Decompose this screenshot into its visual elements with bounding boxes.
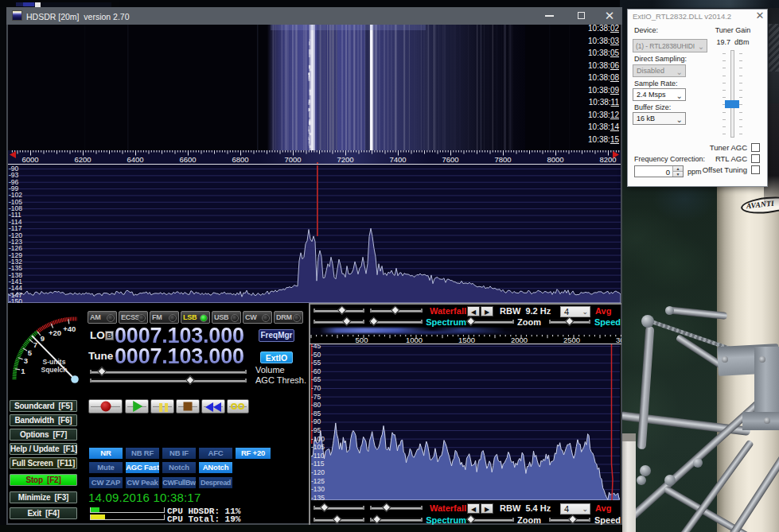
svg-text:7600: 7600 xyxy=(442,155,458,164)
svg-text:-90: -90 xyxy=(311,417,321,425)
svg-text:-105: -105 xyxy=(311,443,325,451)
svg-text:7400: 7400 xyxy=(389,155,406,164)
svg-text:-120: -120 xyxy=(311,468,325,476)
svg-text:+40: +40 xyxy=(63,324,76,333)
svg-text:7: 7 xyxy=(33,340,37,349)
svg-text:7800: 7800 xyxy=(494,155,511,164)
svg-text:1500: 1500 xyxy=(458,336,475,344)
svg-text:6200: 6200 xyxy=(74,155,91,164)
svg-text:1000: 1000 xyxy=(406,336,423,344)
svg-text:-125: -125 xyxy=(311,477,325,485)
svg-text:-95: -95 xyxy=(311,426,321,434)
svg-text:8000: 8000 xyxy=(547,155,563,164)
svg-text:-50: -50 xyxy=(311,351,321,359)
svg-text:-45: -45 xyxy=(311,344,321,350)
svg-text:+20: +20 xyxy=(49,328,61,337)
svg-text:-55: -55 xyxy=(311,359,321,367)
svg-text:-135: -135 xyxy=(311,494,325,500)
svg-text:-70: -70 xyxy=(311,384,321,392)
svg-text:9: 9 xyxy=(41,334,45,343)
svg-text:6400: 6400 xyxy=(127,155,143,164)
svg-text:6600: 6600 xyxy=(179,155,196,164)
svg-text:-115: -115 xyxy=(311,460,325,468)
svg-text:-80: -80 xyxy=(311,401,321,409)
svg-text:-65: -65 xyxy=(311,375,321,383)
svg-text:-60: -60 xyxy=(311,367,321,375)
svg-text:-85: -85 xyxy=(311,410,321,417)
svg-text:7000: 7000 xyxy=(284,155,301,164)
svg-text:3: 3 xyxy=(24,356,28,365)
svg-text:1: 1 xyxy=(21,367,25,375)
svg-text:5: 5 xyxy=(28,348,33,357)
svg-text:6800: 6800 xyxy=(232,155,248,164)
svg-text:S-units: S-units xyxy=(43,358,66,366)
svg-text:500: 500 xyxy=(356,336,368,344)
svg-text:-75: -75 xyxy=(311,393,321,401)
svg-text:-110: -110 xyxy=(311,452,325,460)
svg-text:3000: 3000 xyxy=(616,336,621,344)
svg-text:-100: -100 xyxy=(311,435,325,443)
svg-text:7200: 7200 xyxy=(337,155,353,164)
svg-text:Squelch: Squelch xyxy=(41,366,67,374)
svg-text:2000: 2000 xyxy=(511,336,528,344)
svg-text:-130: -130 xyxy=(311,485,325,493)
svg-text:6000: 6000 xyxy=(21,155,38,164)
svg-text:-150: -150 xyxy=(9,297,22,303)
svg-text:2500: 2500 xyxy=(563,336,580,344)
